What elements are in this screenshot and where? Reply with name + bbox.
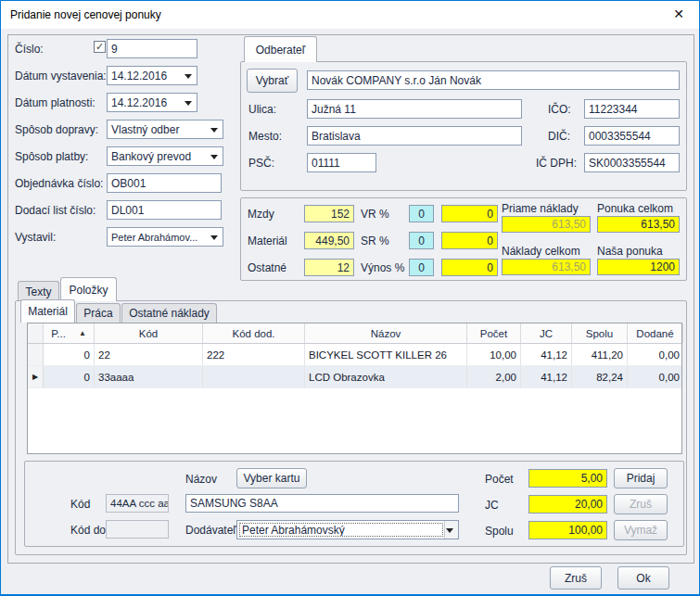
mesto-input[interactable]: Bratislava <box>307 126 522 146</box>
zrus-entry-button: Zruš <box>614 494 668 514</box>
nasa-ponuka-field[interactable]: 1200 <box>597 259 680 275</box>
priame-naklady-label: Priame náklady <box>502 202 579 215</box>
sposob-dopravy-combo[interactable]: Vlastný odber <box>107 120 223 139</box>
datum-vystavenia-combo[interactable]: 14.12.2016 <box>107 66 197 85</box>
ulica-label: Ulica: <box>248 103 276 116</box>
vymaz-button: Vymaž <box>614 520 668 540</box>
subtab-material[interactable]: Materiál <box>20 299 75 323</box>
cell-kod-dod <box>203 366 305 387</box>
chevron-down-icon <box>210 128 218 133</box>
subtab-praca[interactable]: Práca <box>76 303 121 323</box>
naklady-celkom-field: 613,50 <box>502 259 591 275</box>
dic-label: DIČ: <box>548 130 570 143</box>
row-marker-icon: ▶ <box>28 366 44 387</box>
entry-jc-label: JC <box>485 499 499 512</box>
cell-p: 0 <box>44 366 95 387</box>
ok-button[interactable]: Ok <box>617 566 669 590</box>
tab-texty[interactable]: Texty <box>18 281 59 301</box>
col-header-jc[interactable]: JC <box>521 323 572 343</box>
datum-platnosti-combo[interactable]: 14.12.2016 <box>107 93 197 112</box>
row-gutter <box>28 344 44 365</box>
ostatne-label: Ostatné <box>248 261 286 274</box>
mzdy-field[interactable]: 152 <box>304 205 354 222</box>
entry-spolu-field[interactable]: 100,00 <box>528 521 607 539</box>
cislo-checkbox[interactable]: ✓ <box>94 41 106 53</box>
items-grid: P...▲ Kód Kód dod. Názov Počet JC Spolu … <box>27 323 682 454</box>
pridaj-button[interactable]: Pridaj <box>614 468 668 488</box>
dodavatel-label: Dodávateľ <box>185 524 236 537</box>
close-icon[interactable]: ✕ <box>669 6 688 21</box>
combo-button[interactable] <box>444 521 458 539</box>
dodaci-list-cislo-label: Dodací list číslo: <box>15 204 95 217</box>
dic-input[interactable]: 0003355544 <box>584 126 680 146</box>
psc-label: PSČ: <box>248 157 274 170</box>
entry-pocet-label: Počet <box>485 473 514 486</box>
entry-jc-field[interactable]: 20,00 <box>528 495 607 514</box>
col-header-pocet[interactable]: Počet <box>467 323 521 343</box>
table-row-selected[interactable]: ▶ 0 33aaaa LCD Obrazovka 2,00 41,12 82,2… <box>28 366 681 388</box>
vyber-kartu-button[interactable]: Vyber kartu <box>236 468 307 488</box>
nasa-ponuka-label: Naša ponuka <box>597 245 663 258</box>
vr-label: VR % <box>361 208 389 221</box>
cell-jc: 41,12 <box>521 344 572 365</box>
cell-dodane: 0,00 <box>628 344 683 365</box>
grid-header-row: P...▲ Kód Kód dod. Názov Počet JC Spolu … <box>28 323 681 344</box>
sr-value-field[interactable]: 0 <box>441 232 498 249</box>
tab-odberatel[interactable]: Odberateľ <box>244 36 317 62</box>
entry-nazov-field[interactable]: SAMSUNG S8AA <box>185 494 459 513</box>
chevron-down-icon <box>210 235 218 240</box>
cancel-button[interactable]: Zruš <box>550 566 602 590</box>
sposob-platby-combo[interactable]: Bankový prevod <box>107 146 223 166</box>
sr-pct-field[interactable]: 0 <box>409 232 434 249</box>
entry-kod-dod-field[interactable] <box>106 520 169 539</box>
cell-jc: 41,12 <box>521 366 572 387</box>
title-bar: Pridanie novej cenovej ponuky ✕ <box>1 1 699 29</box>
cell-dodane: 0,00 <box>628 366 683 387</box>
col-header-nazov[interactable]: Názov <box>305 323 467 343</box>
cislo-input[interactable]: 9 <box>107 39 197 58</box>
col-header-p[interactable]: P...▲ <box>44 323 95 343</box>
vynos-value-field[interactable]: 0 <box>441 259 498 276</box>
datum-vystavenia-label: Dátum vystavenia: <box>15 70 107 82</box>
ponuka-celkom-label: Ponuka celkom <box>597 202 673 215</box>
dodavatel-combo[interactable]: Peter Abrahámovský <box>236 520 459 539</box>
dialog-window: Pridanie novej cenovej ponuky ✕ Číslo: ✓… <box>0 0 700 596</box>
vr-value-field[interactable]: 0 <box>441 205 498 222</box>
col-header-kod[interactable]: Kód <box>95 323 203 343</box>
vynos-pct-field[interactable]: 0 <box>409 259 434 276</box>
cell-kod: 33aaaa <box>95 366 203 387</box>
odberatel-name-input[interactable]: Novák COMPANY s.r.o Ján Novák <box>307 70 680 90</box>
mzdy-label: Mzdy <box>248 208 274 221</box>
cell-pocet: 2,00 <box>467 366 521 387</box>
vynos-label: Výnos % <box>361 261 404 274</box>
vystavil-combo[interactable]: Peter Abrahámov... <box>107 227 223 247</box>
ulica-input[interactable]: Južná 11 <box>307 99 522 119</box>
psc-input[interactable]: 01111 <box>307 153 376 172</box>
subtab-ostatne-naklady[interactable]: Ostatné náklady <box>121 303 217 323</box>
dodaci-list-cislo-input[interactable]: DL001 <box>107 200 222 220</box>
sr-label: SR % <box>361 235 389 247</box>
chevron-down-icon <box>210 155 218 159</box>
col-header-kod-dod[interactable]: Kód dod. <box>203 323 305 343</box>
mesto-label: Mesto: <box>248 130 282 143</box>
objednavka-cislo-input[interactable]: OB001 <box>107 173 222 193</box>
ostatne-field[interactable]: 12 <box>304 259 354 276</box>
entry-pocet-field[interactable]: 5,00 <box>528 469 607 488</box>
col-header-spolu[interactable]: Spolu <box>572 323 628 343</box>
cell-kod-dod: 222 <box>203 344 305 365</box>
ponuka-celkom-field[interactable]: 613,50 <box>597 216 680 233</box>
material-field[interactable]: 449,50 <box>304 232 354 249</box>
entry-kod-field[interactable]: 44AA ccc aa <box>106 494 169 513</box>
vr-pct-field[interactable]: 0 <box>409 205 434 222</box>
datum-platnosti-label: Dátum platnosti: <box>15 96 95 109</box>
cell-p: 0 <box>44 344 95 365</box>
table-row[interactable]: 0 22 222 BICYKEL SCOTT KILLER 26 10,00 4… <box>28 344 681 366</box>
vybrat-button[interactable]: Vybrať <box>247 69 298 93</box>
naklady-celkom-label: Náklady celkom <box>502 245 580 258</box>
icdph-input[interactable]: SK0003355544 <box>584 153 680 172</box>
ico-input[interactable]: 11223344 <box>584 99 680 119</box>
tab-polozky[interactable]: Položky <box>60 277 117 301</box>
col-header-dodane[interactable]: Dodané <box>628 323 683 343</box>
entry-spolu-label: Spolu <box>485 525 514 538</box>
chevron-down-icon <box>185 101 192 106</box>
